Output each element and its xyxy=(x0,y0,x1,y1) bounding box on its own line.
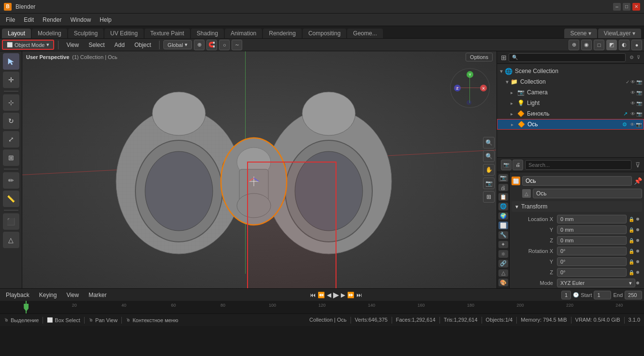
rotation-y-value[interactable]: 0° xyxy=(557,257,627,266)
camera-view-button[interactable]: 📷 xyxy=(483,178,495,189)
location-x-value[interactable]: 0 mm xyxy=(557,215,627,223)
collection-check-icon[interactable]: ✓ xyxy=(626,79,629,85)
tl-marker-menu[interactable]: Marker xyxy=(85,291,110,299)
light-eye-icon[interactable]: 👁 xyxy=(630,101,635,106)
add-cube-button[interactable]: ⬛ xyxy=(3,213,19,230)
zoom-in-button[interactable]: 🔍 xyxy=(483,137,495,148)
tl-keying-menu[interactable]: Keying xyxy=(35,291,61,299)
timeline-track[interactable]: 0 20 40 60 80 100 120 140 160 180 200 22… xyxy=(0,301,644,313)
object-mode-button[interactable]: ⬜ Object Mode ▾ xyxy=(2,40,54,50)
tl-next-keyframe-button[interactable]: ⏩ xyxy=(347,292,354,298)
outliner-binoculars[interactable]: ▸ 🔶 Бинокль ↗ 👁 📷 xyxy=(497,108,644,119)
viewport[interactable]: User Perspective (1) Collection | Ось Op… xyxy=(22,51,497,288)
location-y-lock[interactable]: 🔒 xyxy=(628,226,635,234)
menu-help[interactable]: Help xyxy=(96,15,116,24)
nav-neg-y-dot[interactable] xyxy=(467,100,471,105)
frame-button[interactable]: ⊞ xyxy=(483,191,495,203)
rotation-z-value[interactable]: 0° xyxy=(557,268,627,277)
rotation-x-lock[interactable]: 🔒 xyxy=(628,247,635,255)
light-cam-icon[interactable]: 📷 xyxy=(636,101,642,106)
tl-play-button[interactable]: ▶ xyxy=(333,290,339,299)
tl-view-menu[interactable]: View xyxy=(62,291,83,299)
nav-z-dot[interactable]: Z xyxy=(454,85,461,91)
properties-search-input[interactable] xyxy=(525,160,631,170)
menu-edit[interactable]: Edit xyxy=(20,15,38,24)
add-menu[interactable]: Add xyxy=(111,41,129,49)
outliner-filter-icon[interactable]: ⚙ xyxy=(629,55,634,60)
rotate-tool-button[interactable]: ↻ xyxy=(3,113,19,129)
object-props-icon[interactable]: ⬜ xyxy=(498,222,508,229)
viewport-shading-render[interactable]: ● xyxy=(631,40,642,50)
select-tool-button[interactable] xyxy=(3,53,19,70)
viewport-options-button[interactable]: Options xyxy=(466,54,493,60)
output-props-button[interactable]: 🖨 xyxy=(512,160,523,170)
properties-filter-icon[interactable]: ⊽ xyxy=(635,161,640,169)
navigation-gizmo[interactable]: X Y Z xyxy=(450,68,490,108)
global-transform-button[interactable]: Global ▾ xyxy=(163,40,192,49)
tab-uv-editing[interactable]: UV Editing xyxy=(104,29,144,38)
viewport-shading-material[interactable]: ◐ xyxy=(619,40,629,50)
osh-eye-icon[interactable]: 👁 xyxy=(630,122,635,127)
cursor-tool-button[interactable]: ✛ xyxy=(3,72,19,88)
modifier-props-icon[interactable]: 🔧 xyxy=(498,231,508,239)
annotate-tool-button[interactable]: ✏ xyxy=(3,172,19,189)
collection-eye-icon[interactable]: 👁 xyxy=(630,79,635,85)
location-y-value[interactable]: 0 mm xyxy=(557,225,627,234)
tab-texture-paint[interactable]: Texture Paint xyxy=(145,29,190,38)
world-props-icon[interactable]: 🌍 xyxy=(498,212,508,220)
viewlayer-selector[interactable]: ViewLayer ▾ xyxy=(598,29,641,38)
measure-tool-button[interactable]: 📏 xyxy=(3,191,19,207)
tab-rendering[interactable]: Rendering xyxy=(263,29,301,38)
object-menu[interactable]: Object xyxy=(131,41,155,49)
zoom-out-button[interactable]: 🔍 xyxy=(483,150,495,162)
render-props-button[interactable]: 📷 xyxy=(501,160,512,170)
maximize-button[interactable]: □ xyxy=(623,3,630,11)
tl-playback-menu[interactable]: Playback xyxy=(2,291,33,299)
menu-file[interactable]: File xyxy=(2,15,19,24)
scene-selector[interactable]: Scene ▾ xyxy=(564,29,597,38)
osh-cam-icon[interactable]: 📷 xyxy=(636,122,642,127)
pin-icon[interactable]: 📌 xyxy=(634,177,642,185)
transform-pivot-button[interactable]: ⊕ xyxy=(194,40,205,50)
start-frame-display[interactable]: 1 xyxy=(594,291,611,299)
tab-sculpting[interactable]: Sculpting xyxy=(68,29,103,38)
data-props-icon[interactable]: △ xyxy=(498,269,508,277)
outliner-light[interactable]: ▸ 💡 Light 👁 📷 xyxy=(497,98,644,108)
material-props-icon[interactable]: 🎨 xyxy=(498,279,508,286)
outliner-collection[interactable]: ▼ 📁 Collection ✓ 👁 📷 xyxy=(497,76,644,87)
overlay-button[interactable]: ◉ xyxy=(581,40,592,50)
wave-button[interactable]: ～ xyxy=(232,40,242,50)
menu-render[interactable]: Render xyxy=(39,15,65,24)
rotation-z-lock[interactable]: 🔒 xyxy=(628,268,635,276)
rotation-y-lock[interactable]: 🔒 xyxy=(628,258,635,266)
viewport-shading-solid[interactable]: ◩ xyxy=(606,40,617,50)
tl-jump-prev-button[interactable]: ◀ xyxy=(327,292,331,298)
camera-eye-icon[interactable]: 👁 xyxy=(630,90,635,95)
constraints-props-icon[interactable]: 🔗 xyxy=(498,260,508,267)
pan-button[interactable]: ✋ xyxy=(483,164,495,176)
outliner-search[interactable]: 🔍 xyxy=(509,53,626,62)
end-frame-display[interactable]: 250 xyxy=(625,291,642,299)
nav-y-dot[interactable]: Y xyxy=(467,71,473,78)
view-menu[interactable]: View xyxy=(62,41,83,49)
viewport-shading-wire[interactable]: □ xyxy=(594,40,604,50)
output-props-icon[interactable]: 🖨 xyxy=(498,184,508,192)
scale-tool-button[interactable]: ⤢ xyxy=(3,131,19,148)
tab-modeling[interactable]: Modeling xyxy=(32,29,67,38)
scene-props-icon[interactable]: 🌐 xyxy=(498,203,508,210)
tl-jump-end-button[interactable]: ⏭ xyxy=(356,292,362,298)
tab-animation[interactable]: Animation xyxy=(225,29,262,38)
tab-layout[interactable]: Layout xyxy=(2,29,31,38)
binoculars-eye-icon[interactable]: 👁 xyxy=(630,111,635,117)
tl-jump-next-button[interactable]: ▶ xyxy=(341,292,345,298)
location-z-lock[interactable]: 🔒 xyxy=(628,237,635,244)
close-button[interactable]: ✕ xyxy=(632,3,640,11)
select-menu[interactable]: Select xyxy=(85,41,108,49)
menu-window[interactable]: Window xyxy=(66,15,95,24)
tab-compositing[interactable]: Compositing xyxy=(303,29,347,38)
nav-x-dot[interactable]: X xyxy=(480,85,487,91)
mesh-name-display[interactable]: Ось xyxy=(533,189,642,198)
transform-tool-button[interactable]: ⊞ xyxy=(3,149,19,166)
snap-button[interactable]: 🧲 xyxy=(206,40,217,50)
outliner-camera[interactable]: ▸ 📷 Camera 👁 📷 xyxy=(497,87,644,98)
